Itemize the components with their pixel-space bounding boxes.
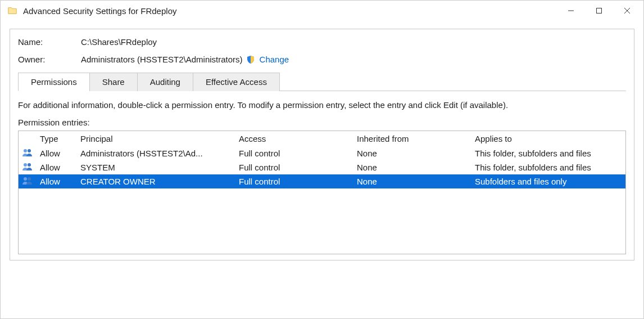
help-text: For additional information, double-click… (18, 100, 626, 110)
owner-label: Owner: (18, 55, 81, 64)
cell-access: Full control (235, 174, 353, 188)
permission-entries-table[interactable]: Type Principal Access Inherited from App… (19, 131, 625, 188)
col-type[interactable]: Type (37, 131, 77, 146)
table-row[interactable]: AllowAdministrators (HSSTEST2\Ad...Full … (19, 146, 625, 160)
users-icon (22, 176, 33, 185)
cell-applies: This folder, subfolders and files (471, 160, 625, 174)
tab-auditing[interactable]: Auditing (137, 73, 193, 91)
folder-icon (6, 5, 19, 17)
svg-point-5 (28, 149, 31, 152)
cell-inherited: None (353, 160, 471, 174)
users-icon (22, 162, 33, 171)
close-button[interactable] (613, 1, 641, 21)
cell-inherited: None (353, 146, 471, 160)
cell-principal: CREATOR OWNER (77, 174, 235, 188)
table-row[interactable]: AllowSYSTEMFull controlNoneThis folder, … (19, 160, 625, 174)
minimize-button[interactable] (557, 1, 585, 21)
tab-permissions[interactable]: Permissions (18, 73, 90, 91)
cell-access: Full control (235, 146, 353, 160)
svg-point-9 (28, 177, 31, 181)
permission-entries-box: Type Principal Access Inherited from App… (18, 131, 626, 254)
maximize-button[interactable] (585, 1, 613, 21)
svg-point-7 (28, 163, 31, 167)
svg-point-8 (24, 177, 27, 181)
cell-applies: This folder, subfolders and files (471, 146, 625, 160)
col-principal[interactable]: Principal (77, 131, 235, 146)
col-inherited[interactable]: Inherited from (353, 131, 471, 146)
cell-type: Allow (37, 160, 77, 174)
tab-share[interactable]: Share (89, 73, 138, 91)
cell-type: Allow (37, 174, 77, 188)
shield-icon (246, 55, 255, 64)
name-label: Name: (18, 37, 81, 47)
svg-point-4 (24, 149, 27, 152)
tabs: Permissions Share Auditing Effective Acc… (18, 72, 626, 91)
svg-point-6 (24, 163, 27, 167)
cell-principal: Administrators (HSSTEST2\Ad... (77, 146, 235, 160)
col-applies[interactable]: Applies to (471, 131, 625, 146)
tab-effective-access[interactable]: Effective Access (193, 73, 280, 91)
window-title: Advanced Security Settings for FRdeploy (23, 6, 176, 16)
owner-value: Administrators (HSSTEST2\Administrators) (81, 55, 243, 64)
name-value: C:\Shares\FRdeploy (81, 37, 157, 47)
users-icon (22, 148, 33, 157)
svg-rect-1 (597, 8, 602, 14)
cell-inherited: None (353, 174, 471, 188)
col-access[interactable]: Access (235, 131, 353, 146)
entries-label: Permission entries: (18, 118, 626, 127)
main-panel: Name: C:\Shares\FRdeploy Owner: Administ… (10, 29, 634, 260)
cell-applies: Subfolders and files only (471, 174, 625, 188)
titlebar: Advanced Security Settings for FRdeploy (1, 1, 643, 21)
cell-type: Allow (37, 146, 77, 160)
change-owner-link[interactable]: Change (258, 55, 289, 64)
cell-principal: SYSTEM (77, 160, 235, 174)
table-row[interactable]: AllowCREATOR OWNERFull controlNoneSubfol… (19, 174, 625, 188)
cell-access: Full control (235, 160, 353, 174)
